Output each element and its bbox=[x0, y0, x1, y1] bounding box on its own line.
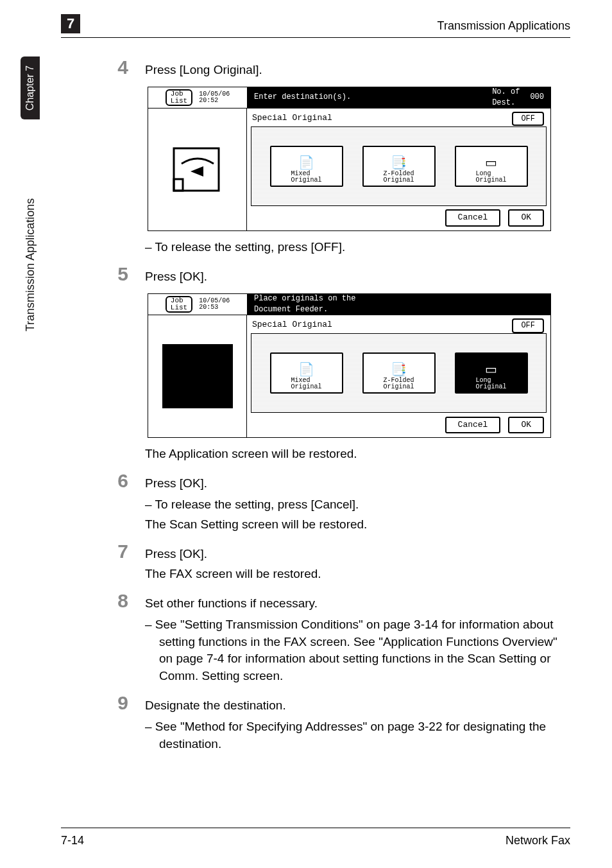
off-button[interactable]: OFF bbox=[512, 318, 544, 333]
step-4-text: Press [Long Original]. bbox=[145, 62, 570, 79]
header-title: Transmission Applications bbox=[438, 19, 570, 33]
step-5-tail: The Application screen will be restored. bbox=[145, 446, 570, 463]
cancel-button[interactable]: Cancel bbox=[445, 417, 501, 433]
options-area: 📄 Mixed Original 📑 Z-Folded Original ▭ L… bbox=[251, 126, 547, 206]
chapter-number-badge: 7 bbox=[61, 14, 80, 33]
stack-icon: 📄 bbox=[298, 363, 314, 376]
step-9-sub: – See "Method for Specifying Addresses" … bbox=[145, 718, 570, 752]
panel-title: Special Original bbox=[252, 319, 332, 331]
step-4-sub: – To release the setting, press [OFF]. bbox=[145, 239, 570, 256]
footer-title: Network Fax bbox=[506, 834, 570, 847]
footer-rule bbox=[61, 828, 570, 828]
datetime-label: 10/05/06 20:52 bbox=[199, 91, 230, 104]
step-4-number: 4 bbox=[115, 58, 128, 77]
original-preview-icon bbox=[162, 344, 233, 408]
step-8-sub: – See "Setting Transmission Conditions" … bbox=[145, 616, 570, 684]
step-7-text: Press [OK]. bbox=[145, 546, 570, 563]
ok-button[interactable]: OK bbox=[508, 209, 544, 226]
memory-label: Memory 100% bbox=[517, 751, 564, 761]
lcd-screenshot-place-originals: Job List 10/05/06 20:53 Place originals … bbox=[148, 293, 551, 438]
lcd-screenshot-enter-destination: Job List 10/05/06 20:52 Enter destinatio… bbox=[148, 87, 551, 231]
step-5-text: Press [OK]. bbox=[145, 268, 570, 286]
long-original-label: Long Original bbox=[475, 171, 506, 184]
status-message: Place originals on the Document Feeder. bbox=[254, 293, 544, 315]
zfolded-original-button[interactable]: 📑 Z-Folded Original bbox=[362, 352, 436, 394]
step-5: 5 Press [OK]. Job List 10/05/06 20:53 Pl… bbox=[115, 265, 570, 462]
zfolded-original-button[interactable]: 📑 Z-Folded Original bbox=[362, 146, 436, 187]
mixed-original-button[interactable]: 📄 Mixed Original bbox=[270, 146, 343, 187]
long-original-label: Long Original bbox=[475, 378, 506, 391]
step-9-number: 9 bbox=[115, 693, 128, 713]
step-9-text: Designate the destination. bbox=[145, 697, 570, 715]
step-6-cont: The Scan Setting screen will be restored… bbox=[145, 516, 570, 534]
off-button[interactable]: OFF bbox=[512, 112, 544, 126]
job-list-area: Job List 10/05/06 20:53 bbox=[148, 294, 248, 315]
chapter-tab: Chapter 7 bbox=[21, 56, 40, 119]
page-number: 7-14 bbox=[61, 834, 84, 847]
job-list-button[interactable]: Job List bbox=[166, 296, 192, 313]
zfold-icon: 📑 bbox=[391, 156, 407, 169]
mixed-original-label: Mixed Original bbox=[291, 171, 321, 184]
job-list-button[interactable]: Job List bbox=[166, 89, 192, 106]
original-feed-icon bbox=[169, 141, 226, 198]
svg-rect-1 bbox=[174, 179, 183, 191]
dest-label: No. of Dest. bbox=[492, 87, 520, 108]
step-6: 6 Press [OK]. – To release the setting, … bbox=[115, 471, 570, 533]
long-original-button-selected[interactable]: ▭ Long Original bbox=[455, 352, 528, 394]
step-7-number: 7 bbox=[115, 542, 128, 561]
step-6-text: Press [OK]. bbox=[145, 475, 570, 492]
step-6-number: 6 bbox=[115, 471, 128, 490]
job-list-area: Job List 10/05/06 20:52 bbox=[148, 87, 248, 108]
datetime-label: 10/05/06 20:53 bbox=[199, 298, 230, 311]
step-5-number: 5 bbox=[115, 265, 128, 284]
header-rule bbox=[61, 37, 570, 38]
step-8-number: 8 bbox=[115, 591, 128, 611]
dest-count: 000 bbox=[530, 92, 544, 103]
long-doc-icon: ▭ bbox=[485, 363, 497, 376]
mixed-original-label: Mixed Original bbox=[291, 378, 321, 391]
step-9: 9 Designate the destination. – See "Meth… bbox=[115, 693, 570, 752]
long-doc-icon: ▭ bbox=[485, 156, 497, 169]
zfold-icon: 📑 bbox=[391, 363, 407, 376]
step-8: 8 Set other functions if necessary. – Se… bbox=[115, 591, 570, 684]
panel-title: Special Original bbox=[252, 112, 332, 124]
step-4: 4 Press [Long Original]. Job List 10/05/… bbox=[115, 58, 570, 256]
options-area: 📄 Mixed Original 📑 Z-Folded Original ▭ L… bbox=[251, 333, 547, 413]
ok-button[interactable]: OK bbox=[508, 417, 544, 433]
stack-icon: 📄 bbox=[298, 156, 314, 169]
mixed-original-button[interactable]: 📄 Mixed Original bbox=[270, 352, 343, 394]
status-message: Enter destination(s). bbox=[254, 92, 482, 103]
side-section-title: Transmission Applications bbox=[24, 178, 37, 352]
long-original-button[interactable]: ▭ Long Original bbox=[455, 146, 528, 187]
svg-marker-2 bbox=[191, 166, 203, 177]
step-6-sub: – To release the setting, press [Cancel]… bbox=[145, 496, 570, 514]
zfolded-original-label: Z-Folded Original bbox=[383, 171, 414, 184]
step-7: 7 Press [OK]. The FAX screen will be res… bbox=[115, 542, 570, 582]
cancel-button[interactable]: Cancel bbox=[445, 209, 501, 226]
zfolded-original-label: Z-Folded Original bbox=[383, 378, 414, 391]
step-7-cont: The FAX screen will be restored. bbox=[145, 566, 570, 583]
step-8-text: Set other functions if necessary. bbox=[145, 595, 570, 612]
